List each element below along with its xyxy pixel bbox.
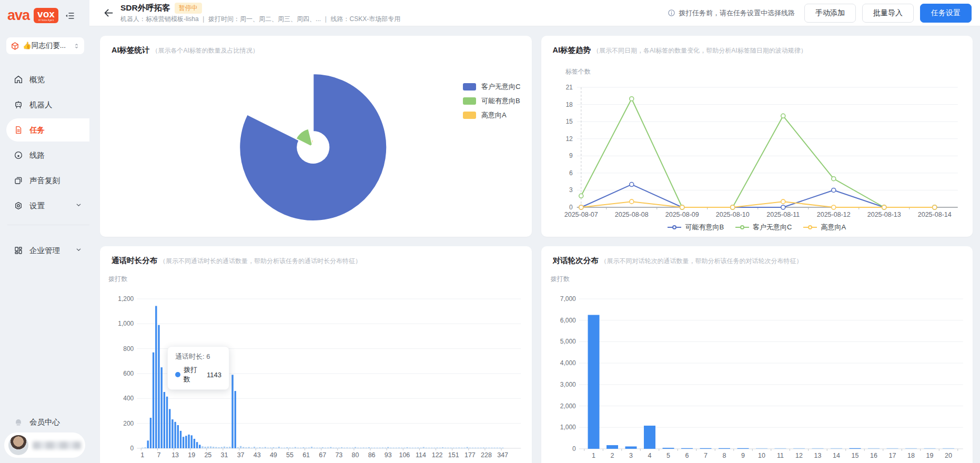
pie-legend: 客户无意向C可能有意向B高意向A <box>463 82 520 120</box>
y-tick-label: 21 <box>565 84 573 91</box>
bar <box>164 392 165 448</box>
y-tick-label: 800 <box>123 345 134 353</box>
bar <box>924 448 935 449</box>
x-tick-label: 80 <box>352 451 359 459</box>
data-point <box>831 188 835 192</box>
y-tick-label: 200 <box>123 420 134 427</box>
sidebar-item-声音复刻[interactable]: 声音复刻 <box>0 169 89 192</box>
bar <box>376 448 378 448</box>
logo-text: ava <box>7 7 29 24</box>
legend-label: 可能有意向B <box>685 223 724 232</box>
legend-item-可能有意向B[interactable]: 可能有意向B <box>668 223 724 232</box>
x-tick-label: 7 <box>157 451 160 459</box>
legend-label: 高意向A <box>481 110 507 120</box>
bar <box>368 447 370 448</box>
logo-badge: vox AI Voice Agent <box>34 8 58 24</box>
bar <box>261 448 263 448</box>
x-tick-label: 14 <box>833 452 840 459</box>
bar <box>158 325 159 448</box>
bar <box>423 447 425 448</box>
bar <box>662 448 674 449</box>
bar <box>174 422 176 448</box>
bar <box>379 448 380 448</box>
page-header: SDR外呼拓客 暂停中 机器人：标准营销模板-lisha ｜ 拨打时间：周一、周… <box>89 0 980 26</box>
y-tick-label: 3,000 <box>560 381 575 388</box>
panel-ai-tag-stats: AI标签统计（展示各个AI标签的数量及占比情况） 客户无意向C可能有意向B高意向… <box>100 36 532 237</box>
sidebar-item-label: 声音复刻 <box>29 176 60 186</box>
robot-icon <box>14 100 23 109</box>
y-tick-label: 6,000 <box>560 317 575 324</box>
x-tick-label: 151 <box>448 451 459 459</box>
bar <box>398 448 400 448</box>
legend-item-高意向A[interactable]: 高意向A <box>803 223 846 232</box>
panel-title: 对话轮次分布（展示不同对话轮次的通话数量，帮助分析该任务的对话轮次分布特征） <box>553 256 803 266</box>
bar <box>415 448 416 448</box>
bar <box>196 442 198 448</box>
pie-chart <box>100 36 532 237</box>
bar <box>275 448 277 448</box>
sidebar-item-设置[interactable]: 设置 <box>0 194 89 217</box>
bar <box>229 447 230 448</box>
task-settings-button[interactable]: 任务设置 <box>920 4 972 23</box>
data-point <box>932 205 936 209</box>
bar <box>625 447 637 449</box>
panel-title: AI标签统计（展示各个AI标签的数量及占比情况） <box>112 45 259 55</box>
x-tick-label: 67 <box>319 451 326 459</box>
bar <box>943 448 954 449</box>
bar <box>428 448 430 448</box>
panel-ai-tag-trend: AI标签趋势（展示不同日期，各AI标签的数量变化，帮助分析AI标签随日期的波动规… <box>541 36 973 237</box>
bar <box>278 447 280 448</box>
x-tick-label: 19 <box>926 452 933 459</box>
batch-import-button[interactable]: 批量导入 <box>862 4 914 23</box>
bar <box>417 448 419 448</box>
bar <box>409 448 411 448</box>
panel-subtitle: （展示不同通话时长的通话数量，帮助分析该任务的通话时长分布特征） <box>159 257 361 265</box>
sidebar-nav-secondary: 企业管理 <box>0 239 89 262</box>
sidebar-item-企业管理[interactable]: 企业管理 <box>0 239 89 262</box>
sidebar-item-任务[interactable]: 任务 <box>6 118 89 142</box>
manual-add-button[interactable]: 手动添加 <box>804 4 856 23</box>
data-point <box>629 97 633 101</box>
workspace-selector[interactable]: 👍同志们要... <box>6 37 84 54</box>
bar <box>719 448 730 449</box>
bar <box>831 448 842 449</box>
bar <box>499 448 501 448</box>
bar <box>169 409 170 448</box>
bar <box>401 448 402 448</box>
y-axis-name: 标签个数 <box>565 68 590 75</box>
data-point <box>831 177 835 181</box>
legend-swatch <box>463 112 476 119</box>
bar <box>362 448 364 448</box>
sidebar-item-线路[interactable]: 线路 <box>0 144 89 167</box>
bar <box>450 448 451 448</box>
sidebar-item-概览[interactable]: 概览 <box>0 68 89 91</box>
bar <box>199 445 200 448</box>
bar <box>150 418 151 448</box>
bar <box>210 446 211 448</box>
legend-item-可能有意向B[interactable]: 可能有意向B <box>463 96 520 106</box>
bar <box>406 447 408 448</box>
x-tick-label: 61 <box>302 451 310 459</box>
legend-item-高意向A[interactable]: 高意向A <box>463 110 520 120</box>
legend-item-客户无意向C[interactable]: 客户无意向C <box>735 223 792 232</box>
avatar <box>8 435 28 455</box>
bar <box>461 448 462 448</box>
panel-title-text: AI标签统计 <box>112 46 150 54</box>
legend-swatch <box>463 83 476 90</box>
bar <box>286 447 288 448</box>
x-tick-label: 13 <box>814 452 821 459</box>
panel-title-text: AI标签趋势 <box>553 46 591 54</box>
bar <box>390 448 391 448</box>
x-tick-label: 2025-08-09 <box>665 211 699 218</box>
sidebar-item-机器人[interactable]: 机器人 <box>0 93 89 116</box>
y-tick-label: 12 <box>565 135 573 143</box>
back-icon[interactable] <box>103 7 114 18</box>
bar <box>488 448 490 448</box>
user-card[interactable] <box>4 432 85 458</box>
sidebar-item-member-center[interactable]: 会员中心 <box>0 417 60 427</box>
y-tick-label: 9 <box>569 152 573 159</box>
legend-item-客户无意向C[interactable]: 客户无意向C <box>463 82 520 92</box>
bar <box>341 447 342 448</box>
collapse-sidebar-icon[interactable] <box>65 11 75 21</box>
sidebar-item-label: 设置 <box>29 201 45 211</box>
